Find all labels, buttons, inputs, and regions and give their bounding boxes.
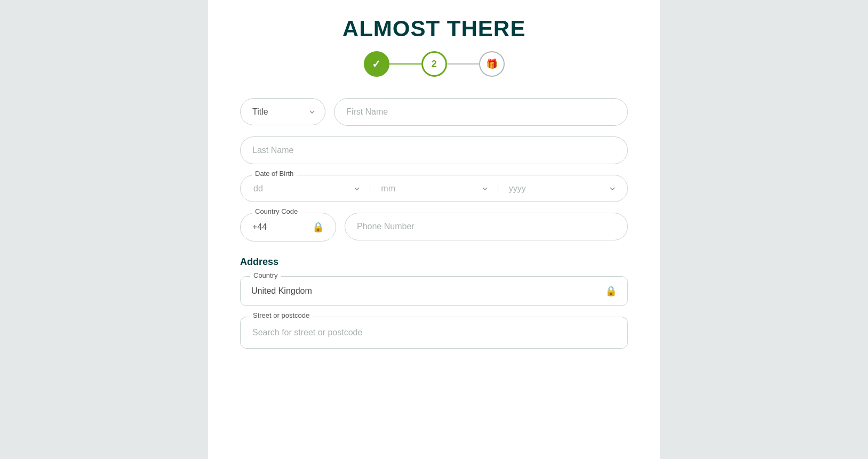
progress-line-2: [447, 63, 479, 65]
title-group: Title Mr Mrs Ms Dr: [240, 98, 325, 126]
sidebar-left: [0, 0, 208, 459]
lastname-row: [240, 136, 628, 164]
step-1: ✓: [364, 51, 389, 77]
street-search-input[interactable]: [240, 317, 628, 349]
main-content: ALMOST THERE ✓ 2 🎁 Title Mr Mrs Ms Dr: [208, 0, 660, 459]
phone-number-input[interactable]: [345, 213, 628, 240]
lastname-group: [240, 136, 628, 164]
country-box: Country United Kingdom 🔒: [240, 276, 628, 306]
dob-divider-1: [370, 183, 370, 194]
step-2-label: 2: [431, 59, 436, 70]
dob-year-select[interactable]: yyyy: [505, 181, 619, 196]
progress-bar: ✓ 2 🎁: [240, 51, 628, 77]
firstname-group: [334, 98, 628, 126]
dob-group: Date of Birth dd mm yyyy: [240, 175, 628, 202]
country-label: Country: [250, 271, 281, 279]
progress-line-1: [389, 63, 421, 65]
address-title: Address: [240, 256, 628, 268]
country-code-value: +44: [252, 222, 267, 232]
dob-month-select[interactable]: mm: [377, 181, 491, 196]
country-box-content: United Kingdom 🔒: [251, 285, 617, 297]
country-code-inner: +44 🔒: [240, 213, 336, 241]
dob-day-select[interactable]: dd: [249, 181, 363, 196]
lock-icon-phone: 🔒: [312, 221, 324, 233]
dob-divider-2: [498, 183, 498, 194]
title-select[interactable]: Title Mr Mrs Ms Dr: [240, 98, 325, 125]
step-2: 2: [421, 51, 447, 77]
dob-label: Date of Birth: [252, 170, 297, 178]
country-code-label: Country Code: [252, 207, 301, 215]
phone-number-group: [345, 213, 628, 241]
step-3: 🎁: [479, 51, 505, 77]
gift-icon: 🎁: [486, 58, 498, 70]
first-name-input[interactable]: [334, 98, 628, 126]
country-name: United Kingdom: [251, 286, 312, 296]
page-title: ALMOST THERE: [240, 11, 628, 42]
address-section: Address Country United Kingdom 🔒 Street …: [240, 256, 628, 349]
checkmark-icon: ✓: [372, 58, 381, 70]
title-firstname-row: Title Mr Mrs Ms Dr: [240, 98, 628, 126]
sidebar-right: [660, 0, 868, 459]
dob-fields: dd mm yyyy: [240, 175, 628, 202]
lock-icon-country: 🔒: [605, 285, 617, 297]
phone-row: Country Code +44 🔒: [240, 213, 628, 241]
last-name-input[interactable]: [240, 136, 628, 164]
street-label: Street or postcode: [250, 311, 313, 319]
country-code-group: Country Code +44 🔒: [240, 213, 336, 241]
street-group: Street or postcode: [240, 317, 628, 349]
